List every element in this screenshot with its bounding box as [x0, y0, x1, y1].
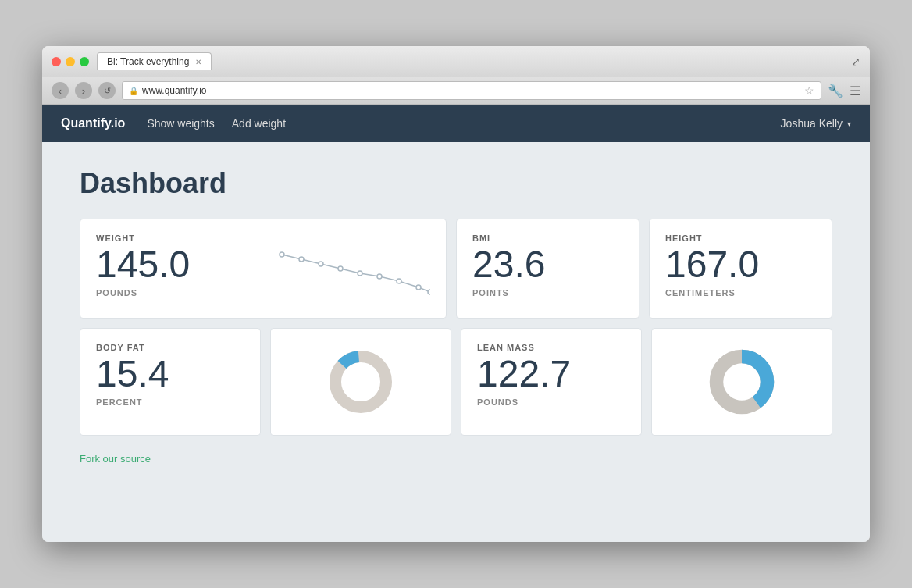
lock-icon: 🔒	[129, 87, 138, 95]
bodyfat-value: 15.4	[96, 355, 244, 393]
weight-value: 145.0	[96, 246, 274, 283]
weight-unit: POUNDS	[96, 288, 274, 298]
page-title: Dashboard	[80, 167, 832, 200]
forward-button[interactable]: ›	[75, 82, 92, 99]
tab-close-icon[interactable]: ✕	[195, 58, 201, 66]
leanmass-donut-container	[668, 343, 816, 421]
bottom-row: BODY FAT 15.4 PERCENT	[80, 328, 832, 436]
url-text: www.quantify.io	[142, 85, 206, 96]
add-weight-link[interactable]: Add weight	[232, 117, 286, 130]
leanmass-unit: POUNDS	[477, 397, 625, 407]
weight-chart	[274, 241, 430, 304]
height-value: 167.0	[665, 246, 816, 283]
close-button[interactable]	[52, 57, 61, 66]
svg-point-7	[416, 285, 421, 290]
back-button[interactable]: ‹	[52, 82, 69, 99]
minimize-button[interactable]	[66, 57, 75, 66]
svg-point-8	[428, 290, 430, 294]
navbar: Quantify.io Show weights Add weight Josh…	[42, 105, 870, 142]
svg-point-2	[319, 262, 323, 266]
leanmass-donut-chart	[707, 347, 777, 417]
bodyfat-label: BODY FAT	[96, 343, 244, 352]
bmi-unit: POINTS	[472, 288, 623, 298]
bodyfat-card: BODY FAT 15.4 PERCENT	[80, 328, 261, 436]
bmi-card: BMI 23.6 POINTS	[456, 219, 639, 319]
app-content: Quantify.io Show weights Add weight Josh…	[42, 105, 870, 542]
dropdown-caret-icon: ▾	[847, 119, 851, 128]
svg-point-1	[299, 257, 304, 262]
window-controls[interactable]	[52, 57, 89, 66]
leanmass-donut-card	[651, 328, 832, 436]
svg-point-3	[338, 266, 343, 271]
top-row: WEIGHT 145.0 POUNDS	[80, 219, 832, 319]
leanmass-value: 122.7	[477, 355, 625, 393]
bodyfat-donut-card	[270, 328, 451, 436]
bmi-value: 23.6	[472, 246, 623, 283]
maximize-button[interactable]	[80, 57, 89, 66]
menu-icon[interactable]: ☰	[850, 84, 860, 98]
refresh-button[interactable]: ↺	[98, 82, 116, 99]
navbar-brand[interactable]: Quantify.io	[61, 116, 125, 130]
height-label: HEIGHT	[665, 233, 816, 243]
svg-point-6	[397, 279, 401, 283]
bodyfat-donut-container	[287, 343, 435, 421]
browser-tab[interactable]: Bi: Track everything ✕	[97, 52, 212, 70]
address-bar[interactable]: 🔒 www.quantify.io ☆	[122, 81, 821, 100]
show-weights-link[interactable]: Show weights	[147, 117, 214, 130]
svg-point-4	[358, 271, 362, 276]
restore-icon[interactable]: ⤢	[851, 55, 860, 68]
wrench-icon[interactable]: 🔧	[828, 84, 843, 98]
weight-label: WEIGHT	[96, 233, 274, 243]
bodyfat-unit: PERCENT	[96, 397, 244, 407]
user-name: Joshua Kelly	[781, 117, 843, 130]
weight-card: WEIGHT 145.0 POUNDS	[80, 219, 447, 319]
fork-source-link[interactable]: Fork our source	[80, 453, 151, 465]
height-unit: CENTIMETERS	[665, 288, 816, 298]
leanmass-card: LEAN MASS 122.7 POUNDS	[461, 328, 642, 436]
leanmass-label: LEAN MASS	[477, 343, 625, 352]
navbar-user-menu[interactable]: Joshua Kelly ▾	[781, 117, 851, 130]
tab-title: Bi: Track everything	[107, 56, 189, 67]
bookmark-icon[interactable]: ☆	[804, 84, 814, 97]
bmi-label: BMI	[472, 233, 623, 243]
main-content: Dashboard WEIGHT 145.0 POUNDS	[42, 142, 870, 497]
bodyfat-donut-chart	[326, 347, 396, 417]
svg-point-5	[377, 274, 382, 279]
height-card: HEIGHT 167.0 CENTIMETERS	[649, 219, 832, 319]
svg-point-0	[280, 252, 284, 257]
